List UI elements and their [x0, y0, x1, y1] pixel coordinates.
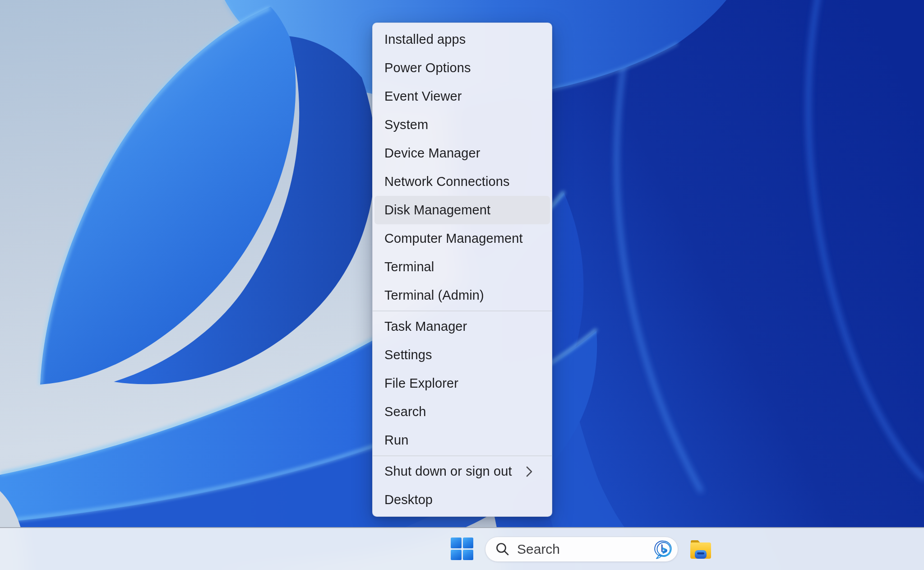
menu-item-network-connections[interactable]: Network Connections	[374, 167, 550, 196]
menu-item-run[interactable]: Run	[374, 426, 550, 454]
desktop: Installed apps Power Options Event Viewe…	[0, 0, 924, 570]
menu-item-desktop[interactable]: Desktop	[374, 486, 550, 514]
taskbar: Search	[0, 527, 924, 570]
bing-copilot-icon[interactable]	[653, 539, 674, 560]
menu-item-installed-apps[interactable]: Installed apps	[374, 25, 550, 54]
search-icon	[495, 542, 510, 556]
file-explorer-taskbar-button[interactable]	[688, 536, 713, 562]
winx-context-menu: Installed apps Power Options Event Viewe…	[372, 23, 552, 517]
taskbar-search-box[interactable]: Search	[485, 537, 678, 562]
chevron-right-icon	[526, 466, 533, 477]
search-placeholder: Search	[517, 542, 653, 557]
menu-item-search[interactable]: Search	[374, 398, 550, 426]
windows-logo-icon	[451, 550, 462, 561]
menu-item-task-manager[interactable]: Task Manager	[374, 312, 550, 341]
menu-item-disk-management[interactable]: Disk Management	[374, 196, 550, 224]
windows-logo-icon	[451, 538, 462, 548]
menu-item-terminal[interactable]: Terminal	[374, 253, 550, 281]
menu-item-device-manager[interactable]: Device Manager	[374, 139, 550, 167]
windows-logo-icon	[463, 550, 474, 561]
start-button[interactable]	[451, 538, 473, 560]
menu-item-terminal-admin[interactable]: Terminal (Admin)	[374, 281, 550, 310]
menu-item-event-viewer[interactable]: Event Viewer	[374, 82, 550, 111]
menu-item-label: Shut down or sign out	[384, 464, 512, 479]
menu-separator	[373, 455, 552, 456]
menu-item-file-explorer[interactable]: File Explorer	[374, 369, 550, 398]
menu-item-shut-down-or-sign-out[interactable]: Shut down or sign out	[374, 457, 550, 486]
windows-logo-icon	[463, 538, 474, 548]
menu-item-system[interactable]: System	[374, 111, 550, 139]
file-explorer-folder-icon	[688, 536, 713, 562]
menu-separator	[373, 310, 552, 311]
menu-item-computer-management[interactable]: Computer Management	[374, 224, 550, 253]
menu-item-power-options[interactable]: Power Options	[374, 54, 550, 82]
menu-item-settings[interactable]: Settings	[374, 341, 550, 369]
